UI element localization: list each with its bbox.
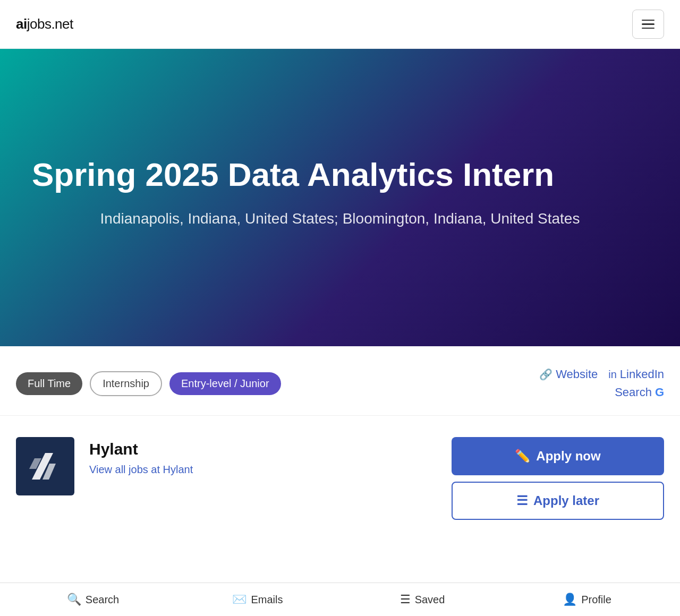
profile-icon: 👤 [563,593,577,606]
company-name: Hylant [89,440,193,458]
header: aijobs.net [0,0,680,49]
company-logo [16,437,74,495]
tag-fulltime[interactable]: Full Time [16,372,82,395]
bottom-navigation: 🔍 Search ✉️ Emails ☰ Saved 👤 Profile [0,583,680,616]
website-link[interactable]: 🔗 Website [539,367,598,381]
tags-list: Full Time Internship Entry-level / Junio… [16,371,281,396]
apply-now-label: Apply now [536,449,600,464]
nav-profile-label: Profile [581,594,611,606]
search-icon: 🔍 [67,593,81,606]
nav-search[interactable]: 🔍 Search [61,593,125,606]
nav-saved[interactable]: ☰ Saved [390,593,454,606]
nav-emails-row: ✉️ Emails [232,593,283,606]
nav-saved-label: Saved [415,594,445,606]
linkedin-icon: in [608,369,617,381]
email-icon: ✉️ [232,593,246,606]
linkedin-link[interactable]: in LinkedIn [608,367,664,381]
nav-emails[interactable]: ✉️ Emails [226,593,290,606]
external-links: 🔗 Website in LinkedIn Search G [539,367,664,399]
links-row-1: 🔗 Website in LinkedIn [539,367,664,381]
saved-icon: ☰ [400,593,411,606]
search-google-label: Search [615,386,652,399]
apply-buttons: ✏️ Apply now ☰ Apply later [452,437,664,520]
apply-later-label: Apply later [533,493,599,508]
job-location: Indianapolis, Indiana, United States; Bl… [32,208,648,229]
linkedin-label: LinkedIn [620,367,664,381]
company-info-left: Hylant View all jobs at Hylant [16,437,193,495]
link-icon: 🔗 [539,368,552,381]
nav-emails-label: Emails [251,594,283,606]
tag-internship[interactable]: Internship [90,371,162,396]
website-label: Website [556,367,598,381]
company-section: Hylant View all jobs at Hylant ✏️ Apply … [0,416,680,536]
site-logo[interactable]: aijobs.net [16,16,73,32]
company-details: Hylant View all jobs at Hylant [89,437,193,476]
links-row-2: Search G [615,386,664,399]
logo-bold: ai [16,16,27,32]
logo-rest: jobs.net [27,16,73,32]
menu-button[interactable] [632,10,664,39]
hamburger-line-2 [642,23,654,25]
job-title: Spring 2025 Data Analytics Intern [32,156,554,193]
google-icon: G [655,386,664,399]
nav-profile[interactable]: 👤 Profile [555,593,619,606]
hero-banner: Spring 2025 Data Analytics Intern Indian… [0,49,680,346]
tag-entrylevel[interactable]: Entry-level / Junior [169,372,281,395]
apply-now-button[interactable]: ✏️ Apply now [452,437,664,475]
hamburger-line-1 [642,20,654,21]
search-google-link[interactable]: Search G [615,386,664,399]
apply-later-icon: ☰ [516,493,528,508]
hamburger-line-3 [642,28,654,29]
apply-now-icon: ✏️ [515,449,531,464]
nav-search-label: Search [86,594,119,606]
apply-later-button[interactable]: ☰ Apply later [452,482,664,520]
nav-saved-row: ☰ Saved [400,593,445,606]
company-logo-svg [27,448,64,485]
view-all-jobs-link[interactable]: View all jobs at Hylant [89,464,193,476]
nav-search-row: 🔍 Search [67,593,119,606]
nav-profile-row: 👤 Profile [563,593,611,606]
tags-section: Full Time Internship Entry-level / Junio… [0,346,680,416]
